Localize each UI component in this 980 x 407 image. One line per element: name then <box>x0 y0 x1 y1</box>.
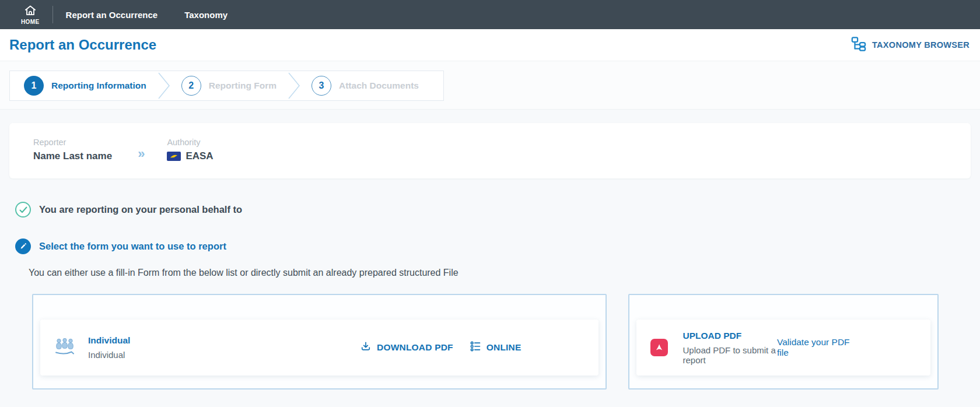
nav-home-label: HOME <box>21 19 40 25</box>
nav-divider <box>52 6 53 23</box>
taxonomy-browser-label: TAXONOMY BROWSER <box>872 40 970 50</box>
upload-pdf-card: UPLOAD PDF Upload PDF to submit a report… <box>636 320 930 376</box>
validate-pdf-link[interactable]: Validate your PDF file <box>777 337 850 358</box>
page-title: Report an Occurrence <box>9 37 156 53</box>
select-form-heading: Select the form you want to use to repor… <box>39 241 226 252</box>
nav-home-button[interactable]: HOME <box>21 5 40 25</box>
download-pdf-button[interactable]: DOWNLOAD PDF <box>360 341 453 355</box>
step-attach-documents[interactable]: 3 Attach Documents <box>302 76 428 96</box>
check-circle-icon <box>15 202 31 217</box>
upload-pdf-panel: UPLOAD PDF Upload PDF to submit a report… <box>628 294 939 390</box>
fillin-form-panel: Individual Individual DOWNLOAD PDF <box>32 294 607 390</box>
authority-label: Authority <box>167 138 213 147</box>
pdf-file-icon <box>650 339 668 356</box>
individual-form-card: Individual Individual DOWNLOAD PDF <box>40 320 598 376</box>
step-3-label: Attach Documents <box>339 80 419 91</box>
checklist-icon <box>470 341 481 355</box>
nav-item-report-occurrence[interactable]: Report an Occurrence <box>66 10 158 20</box>
page-header: Report an Occurrence TAXONOMY BROWSER <box>0 29 980 61</box>
panels-row: Individual Individual DOWNLOAD PDF <box>32 294 939 390</box>
people-group-icon <box>54 337 75 358</box>
stepper-zone: 1 Reporting Information 2 Reporting Form… <box>0 61 980 110</box>
step-1-number: 1 <box>24 76 44 96</box>
upload-pdf-subtitle: Upload PDF to submit a report <box>683 345 777 365</box>
top-navbar: HOME Report an Occurrence Taxonomy <box>0 0 980 29</box>
stepper: 1 Reporting Information 2 Reporting Form… <box>9 71 444 101</box>
chevron-right-icon <box>287 72 301 100</box>
personal-behalf-text: You are reporting on your personal behal… <box>39 204 242 215</box>
pencil-icon <box>15 238 31 254</box>
nav-item-taxonomy[interactable]: Taxonomy <box>184 10 228 20</box>
reporter-label: Reporter <box>33 138 112 147</box>
download-icon <box>360 341 372 355</box>
step-1-label: Reporting Information <box>51 80 146 91</box>
authority-field: Authority EASA <box>167 138 213 162</box>
main-content: Reporter Name Last name » Authority EASA… <box>0 110 980 390</box>
online-label: ONLINE <box>487 342 522 353</box>
step-3-number: 3 <box>312 76 331 96</box>
select-form-row: Select the form you want to use to repor… <box>9 238 971 254</box>
reporter-value: Name Last name <box>33 150 112 162</box>
home-icon <box>24 5 37 18</box>
form-choice-description: You can either use a fill-in Form from t… <box>29 268 971 278</box>
reporter-field: Reporter Name Last name <box>33 138 112 162</box>
chevron-right-icon <box>157 72 171 100</box>
reporter-summary-card: Reporter Name Last name » Authority EASA <box>9 123 971 178</box>
taxonomy-tree-icon <box>850 36 867 54</box>
individual-form-link[interactable]: Individual <box>88 335 130 346</box>
personal-behalf-row: You are reporting on your personal behal… <box>9 202 971 217</box>
step-reporting-information[interactable]: 1 Reporting Information <box>15 76 156 96</box>
online-button[interactable]: ONLINE <box>470 341 522 355</box>
step-2-label: Reporting Form <box>209 80 276 91</box>
taxonomy-browser-link[interactable]: TAXONOMY BROWSER <box>850 36 970 54</box>
authority-value: EASA <box>186 150 213 162</box>
upload-pdf-link[interactable]: UPLOAD PDF <box>683 331 777 341</box>
download-pdf-label: DOWNLOAD PDF <box>377 342 453 353</box>
individual-form-subtitle: Individual <box>88 350 130 360</box>
double-chevron-icon: » <box>138 146 145 162</box>
easa-flag-icon <box>167 152 181 161</box>
step-reporting-form[interactable]: 2 Reporting Form <box>172 76 286 96</box>
step-2-number: 2 <box>181 76 201 96</box>
